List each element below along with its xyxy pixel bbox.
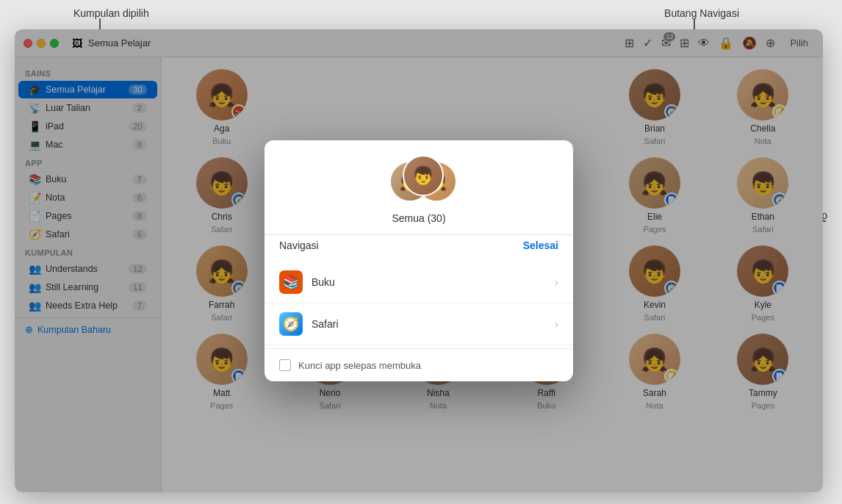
popup-lock-checkbox[interactable]: [279, 359, 291, 371]
popup-buku-icon: 📚: [279, 270, 303, 294]
annotation-butang-navigasi: Butang Navigasi: [664, 7, 739, 19]
popup-safari-icon: 🧭: [279, 312, 303, 336]
popup-nav-row: Navigasi Selesai: [265, 235, 573, 259]
popup-buku-name: Buku: [312, 276, 546, 288]
popup-group-label: Semua (30): [392, 212, 445, 224]
popup-avatar-stack: 👧 👦 👧: [389, 155, 448, 206]
popup-app-item-safari[interactable]: 🧭 Safari ›: [265, 303, 573, 345]
popup-lock-label: Kunci app selepas membuka: [298, 360, 421, 371]
overlay-backdrop[interactable]: 👧 👦 👧 Semua (30) Navigasi Selesai: [15, 57, 823, 492]
annotation-kumpulan-dipilih: Kumpulan dipilih: [73, 7, 149, 19]
popup-header: 👧 👦 👧 Semua (30): [265, 140, 573, 235]
popup-nav-title: Navigasi: [279, 240, 319, 251]
popup-buku-chevron: ›: [555, 276, 558, 288]
popup-footer: Kunci app selepas membuka: [265, 348, 573, 381]
navigation-popup: 👧 👦 👧 Semua (30) Navigasi Selesai: [265, 140, 573, 381]
popup-safari-name: Safari: [312, 318, 546, 330]
popup-done-button[interactable]: Selesai: [523, 240, 558, 251]
content-area: Sains 🎓 Semua Pelajar 30 📡 Luar Talian 2…: [15, 57, 823, 492]
app-window: 🖼 Semua Pelajar ⊞ ✓ ✉ 12 ⊞ 👁 🔒 🔕 ⊕ Pilih…: [15, 29, 823, 492]
popup-app-item-buku[interactable]: 📚 Buku ›: [265, 262, 573, 303]
popup-avatar-2: 👦: [403, 155, 444, 196]
popup-safari-chevron: ›: [555, 318, 558, 330]
popup-app-list: 📚 Buku › 🧭 Safari ›: [265, 259, 573, 348]
